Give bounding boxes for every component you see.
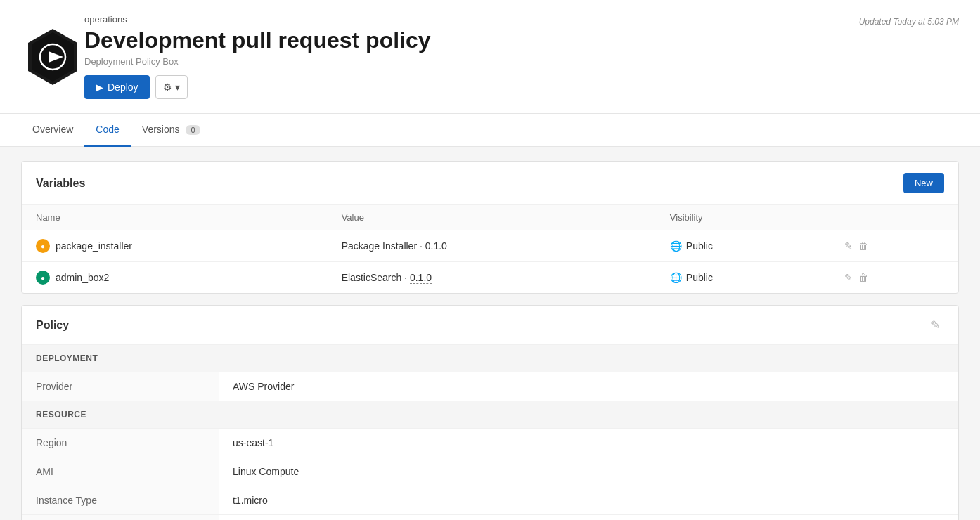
policy-table: Deployment Provider AWS Provider Resourc…: [22, 345, 958, 520]
policy-value: t1.micro: [219, 486, 958, 515]
policy-value: None: [219, 515, 958, 521]
org-label: operations: [84, 14, 959, 25]
col-name: Name: [22, 205, 328, 230]
policy-label: Instance Type: [22, 486, 219, 515]
policy-label: Region: [22, 429, 219, 457]
var-icon-green: ●: [36, 271, 50, 285]
play-icon: ▶: [96, 82, 103, 93]
table-row: AMI Linux Compute: [22, 457, 958, 486]
variables-card: Variables New Name Value Visibility ●: [21, 161, 959, 294]
table-row: Deployment: [22, 345, 958, 372]
globe-icon: 🌐: [670, 272, 682, 283]
page-subtitle: Deployment Policy Box: [84, 56, 959, 67]
table-row: Region us-east-1: [22, 429, 958, 457]
col-actions: [830, 205, 958, 230]
logo-svg: [21, 25, 84, 89]
deploy-button[interactable]: ▶ Deploy: [84, 75, 150, 99]
policy-edit-button[interactable]: ✎: [927, 317, 944, 333]
table-row: Instance Type t1.micro: [22, 486, 958, 515]
policy-card: Policy ✎ Deployment Provider AWS Provide…: [21, 305, 959, 520]
page-title: Development pull request policy: [84, 27, 959, 53]
policy-title: Policy: [36, 319, 69, 332]
var-name-cell: ● package_installer: [22, 230, 328, 262]
var-value-cell: Package Installer · 0.1.0: [328, 230, 656, 262]
variables-title: Variables: [36, 177, 85, 190]
policy-label: AMI: [22, 457, 219, 486]
var-version-link[interactable]: 0.1.0: [410, 272, 432, 284]
policy-label: Keypair: [22, 515, 219, 521]
var-value-text: Package Installer ·: [342, 240, 425, 252]
policy-card-header: Policy ✎: [22, 306, 958, 345]
policy-label: Provider: [22, 372, 219, 401]
tab-versions[interactable]: Versions 0: [131, 114, 212, 147]
page-header: operations Development pull request poli…: [0, 0, 980, 114]
var-name: package_installer: [56, 240, 132, 252]
col-visibility: Visibility: [656, 205, 830, 230]
tab-code[interactable]: Code: [84, 114, 130, 147]
table-row: Keypair None: [22, 515, 958, 521]
var-visibility-cell: 🌐 Public: [656, 262, 830, 294]
edit-icon[interactable]: ✎: [844, 272, 853, 283]
table-row: Provider AWS Provider: [22, 372, 958, 401]
var-name: admin_box2: [56, 272, 109, 283]
var-version-link[interactable]: 0.1.0: [425, 240, 447, 252]
var-actions-cell: ✎ 🗑: [830, 230, 958, 262]
updated-text: Updated Today at 5:03 PM: [859, 17, 959, 27]
main-content: Variables New Name Value Visibility ●: [0, 147, 980, 520]
variables-table-body: ● package_installer Package Installer · …: [22, 230, 958, 294]
globe-icon: 🌐: [670, 240, 682, 252]
var-value-text: ElasticSearch ·: [342, 272, 410, 283]
variables-card-header: Variables New: [22, 162, 958, 205]
visibility-label: Public: [686, 272, 713, 283]
policy-table-body: Deployment Provider AWS Provider Resourc…: [22, 345, 958, 520]
section-label: Resource: [22, 401, 958, 429]
visibility-label: Public: [686, 240, 713, 252]
chevron-down-icon: ▾: [175, 82, 180, 93]
var-value-cell: ElasticSearch · 0.1.0: [328, 262, 656, 294]
var-actions-cell: ✎ 🗑: [830, 262, 958, 294]
gear-icon: ⚙: [163, 82, 172, 93]
var-visibility-cell: 🌐 Public: [656, 230, 830, 262]
tab-overview[interactable]: Overview: [21, 114, 84, 147]
section-label: Deployment: [22, 345, 958, 372]
versions-badge: 0: [186, 125, 200, 135]
table-row: ● admin_box2 ElasticSearch · 0.1.0 🌐 Pub…: [22, 262, 958, 294]
table-row: ● package_installer Package Installer · …: [22, 230, 958, 262]
policy-value: Linux Compute: [219, 457, 958, 486]
settings-button[interactable]: ⚙ ▾: [155, 75, 188, 99]
new-variable-button[interactable]: New: [903, 173, 944, 193]
deploy-label: Deploy: [108, 82, 138, 93]
variables-table: Name Value Visibility ● package_installe…: [22, 205, 958, 293]
policy-value: AWS Provider: [219, 372, 958, 401]
col-value: Value: [328, 205, 656, 230]
delete-icon[interactable]: 🗑: [858, 272, 868, 283]
edit-icon[interactable]: ✎: [844, 240, 853, 252]
var-name-cell: ● admin_box2: [22, 262, 328, 294]
delete-icon[interactable]: 🗑: [858, 240, 868, 252]
tabs-bar: Overview Code Versions 0: [0, 114, 980, 147]
app-logo: [21, 25, 84, 89]
variables-table-header-row: Name Value Visibility: [22, 205, 958, 230]
policy-value: us-east-1: [219, 429, 958, 457]
var-icon-yellow: ●: [36, 239, 50, 253]
table-row: Resource: [22, 401, 958, 429]
header-info: operations Development pull request poli…: [84, 14, 959, 99]
header-actions: ▶ Deploy ⚙ ▾: [84, 75, 959, 99]
